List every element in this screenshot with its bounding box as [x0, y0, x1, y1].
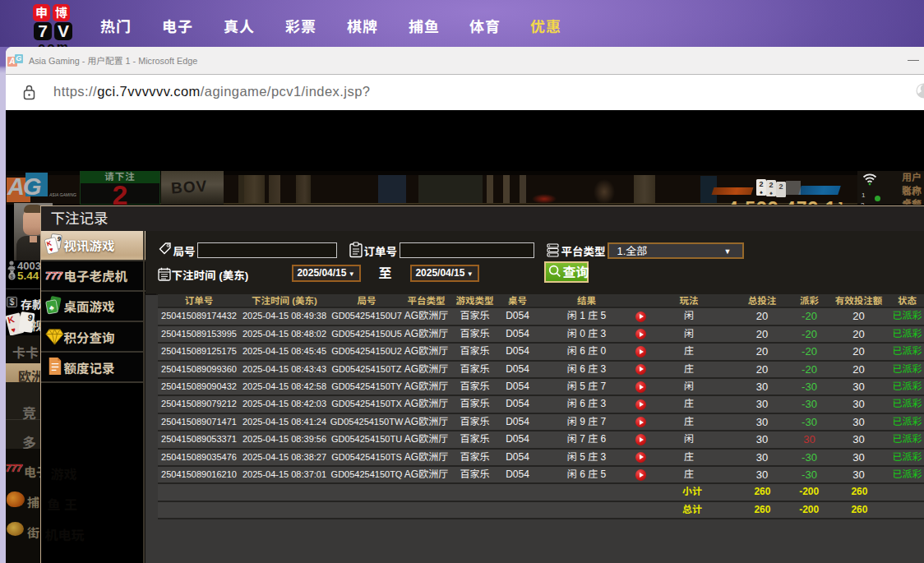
svg-text:777: 777: [44, 270, 62, 282]
